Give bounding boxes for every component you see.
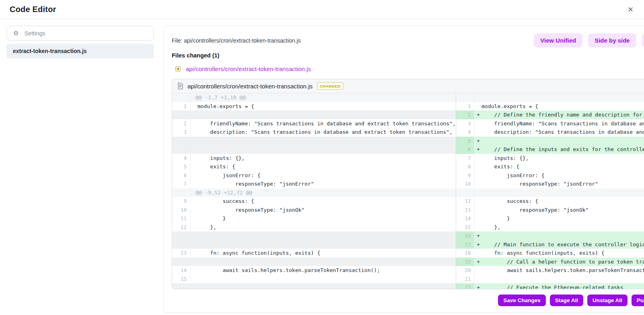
code-line: responseType: "jsonOk": [481, 206, 644, 215]
current-file-label: File: api/controllers/cron/extract-token…: [172, 37, 301, 44]
diff-row-old: [172, 110, 456, 119]
line-number: 14: [172, 266, 191, 275]
line-number: 15: [172, 275, 191, 284]
stage-all-button[interactable]: Stage All: [550, 295, 583, 306]
diff-row-old: 11 }: [172, 214, 456, 223]
diff-row-old: @@ -1,7 +1,10 @@: [172, 93, 456, 102]
line-number: 6: [172, 171, 191, 180]
line-number: [172, 137, 191, 145]
line-number: [172, 240, 191, 249]
code-line: exits: {: [481, 162, 644, 171]
line-number: 3: [172, 128, 191, 137]
empty-line: [191, 231, 456, 240]
app-header: Code Editor ✕: [0, 0, 644, 19]
sidebar: ⚙ Settings extract-token-transaction.js: [6, 26, 154, 58]
line-number: 5: [456, 137, 475, 145]
diff-marker: [475, 119, 481, 128]
line-number: 3: [456, 119, 475, 128]
push-code-button[interactable]: Push Code: [632, 295, 644, 306]
side-by-side-button[interactable]: Side by side: [588, 33, 636, 47]
diff-pane-old: @@ -1,7 +1,10 @@1module.exports = {2 fri…: [172, 93, 456, 289]
diff-row-old: 2 friendlyName: "Scans transactions in d…: [172, 119, 456, 128]
line-number: 2: [456, 110, 475, 119]
diff-row-old: 7 responseType: "jsonError": [172, 180, 456, 188]
page-title: Code Editor: [10, 5, 56, 14]
diff-marker: [475, 249, 481, 258]
code-line: // Define the friendly name and descript…: [481, 110, 644, 119]
diff-row-new: 15 },: [456, 223, 644, 232]
diff-row-new: 6+ // Define the inputs and exits for th…: [456, 145, 644, 154]
line-number: 8: [456, 162, 475, 171]
unstage-all-button[interactable]: Unstage All: [587, 295, 628, 306]
diff-row-old: 1module.exports = {: [172, 102, 456, 111]
diff-row-new: 3 friendlyName: "Scans transactions in d…: [456, 119, 644, 128]
empty-line: [475, 93, 644, 102]
show-source-button[interactable]: Show Source: [642, 33, 644, 47]
save-changes-button[interactable]: Save Changes: [498, 295, 545, 306]
diff-viewer: api/controllers/cron/extract-token-trans…: [172, 79, 644, 289]
line-number: [172, 231, 191, 240]
diff-row-new: 7 inputs: {},: [456, 154, 644, 163]
settings-button[interactable]: ⚙ Settings: [6, 26, 154, 41]
diff-row-old: 12 },: [172, 223, 456, 232]
line-number: 19: [456, 258, 475, 266]
diff-marker: [191, 249, 198, 258]
line-number: 12: [456, 197, 475, 206]
diff-marker: [475, 266, 481, 275]
code-line: [481, 137, 644, 145]
diff-marker: [191, 180, 198, 188]
diff-row-old: [172, 283, 456, 289]
diff-row-new: [456, 188, 644, 197]
line-number: [172, 145, 191, 154]
code-line: module.exports = {: [198, 102, 456, 111]
line-number: 10: [456, 180, 475, 188]
diff-marker: [475, 206, 481, 215]
sidebar-item-extract-token-transaction-js[interactable]: extract-token-transaction.js: [6, 44, 154, 58]
diff-marker: [475, 154, 481, 163]
diff-row-new: 14 }: [456, 214, 644, 223]
diff-marker: [191, 162, 198, 171]
code-line: responseType: "jsonOk": [198, 206, 456, 215]
line-number: [172, 188, 191, 197]
diff-row-old: [172, 145, 456, 154]
action-buttons: Save ChangesStage AllUnstage AllPush Cod…: [172, 295, 644, 306]
diff-file-header: api/controllers/cron/extract-token-trans…: [172, 79, 644, 93]
line-number: 4: [172, 154, 191, 163]
diff-row-old: 3 description: "Scans transactions in da…: [172, 128, 456, 137]
files-changed-heading: Files changed (1): [172, 52, 644, 59]
diff-row-old: 4 inputs: {},: [172, 154, 456, 163]
close-icon[interactable]: ✕: [628, 6, 634, 13]
diff-marker: [191, 266, 198, 275]
diff-row-new: 17+ // Main function to execute the cont…: [456, 240, 644, 249]
line-number: [456, 93, 475, 102]
line-number: 22: [456, 283, 475, 289]
line-number: [172, 110, 191, 119]
empty-line: [475, 188, 644, 197]
diff-row-new: 21: [456, 275, 644, 284]
diff-row-old: [172, 137, 456, 145]
code-line: description: "Scans transactions in data…: [481, 128, 644, 137]
line-number: [456, 188, 475, 197]
diff-marker: +: [475, 137, 481, 145]
empty-line: [191, 145, 456, 154]
code-line: fn: async function(inputs, exits) {: [198, 249, 456, 258]
diff-row-new: 12 success: {: [456, 197, 644, 206]
diff-marker: [475, 223, 481, 232]
view-unified-button[interactable]: View Unified: [534, 33, 582, 47]
settings-label: Settings: [24, 30, 45, 37]
line-number: [172, 258, 191, 266]
diff-row-new: 8 exits: {: [456, 162, 644, 171]
changed-file-link[interactable]: api/controllers/cron/extract-token-trans…: [186, 65, 311, 72]
code-line: fn: async function(inputs, exits) {: [481, 249, 644, 258]
diff-marker: [191, 154, 198, 163]
code-line: module.exports = {: [481, 102, 644, 111]
diff-row-new: 20 await sails.helpers.token.parseTokenT…: [456, 266, 644, 275]
code-line: responseType: "jsonError": [481, 180, 644, 188]
line-number: 18: [456, 249, 475, 258]
diff-marker: [475, 171, 481, 180]
diff-filename: api/controllers/cron/extract-token-trans…: [187, 83, 313, 90]
editor-panel: File: api/controllers/cron/extract-token…: [163, 26, 644, 313]
code-line: jsonError: {: [198, 171, 456, 180]
line-number: 13: [172, 249, 191, 258]
diff-row-new: 10 responseType: "jsonError": [456, 180, 644, 188]
